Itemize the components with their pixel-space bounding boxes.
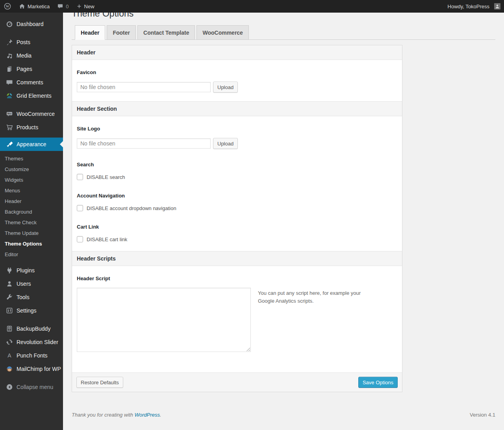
tab-bar: Header Footer Contact Template WooCommer… [72,25,495,40]
menu-separator [0,317,63,322]
plus-icon [76,3,82,9]
sidebar-item-dashboard[interactable]: Dashboard [0,17,63,31]
sidebar-item-posts[interactable]: Posts [0,35,63,49]
site-logo-field: Site Logo Upload [77,126,397,149]
sidebar-item-collapse-menu[interactable]: Collapse menu [0,380,63,394]
account-navigation-label: Account Navigation [77,193,397,199]
mailchimp-monkey-icon [6,365,13,373]
submenu-item-customize[interactable]: Customize [0,164,63,175]
pages-icon [6,65,13,73]
sidebar-item-plugins[interactable]: Plugins [0,264,63,277]
sidebar-item-label: BackupBuddy [17,326,50,332]
paintbrush-icon [6,140,13,148]
sidebar-item-comments[interactable]: Comments [0,76,63,89]
wp-logo-button[interactable]: W [0,0,15,13]
sidebar-item-tools[interactable]: Tools [0,290,63,304]
tab-contact-template[interactable]: Contact Template [137,25,195,40]
section-title-header-section: Header Section [72,101,402,116]
admin-bar-right: Howdy, TokoPress [444,0,504,13]
wordpress-logo-icon: W [4,2,11,10]
disable-account-nav-checkbox[interactable] [77,205,83,211]
search-label: Search [77,162,397,168]
header-script-textarea[interactable] [77,288,251,352]
submenu-item-themes[interactable]: Themes [0,153,63,164]
menu-separator [0,31,63,35]
tab-header[interactable]: Header [75,25,105,40]
disable-cart-link-checkbox[interactable] [77,236,83,242]
wrench-icon [6,293,13,301]
version-label: Version 4.1 [470,412,495,418]
submenu-item-theme-options[interactable]: Theme Options [0,238,63,249]
svg-text:Woo: Woo [7,112,12,115]
tab-woocommerce[interactable]: WooCommerce [196,25,248,40]
cart-icon [6,123,13,131]
sidebar-item-media[interactable]: Media [0,49,63,62]
sidebar-item-settings[interactable]: Settings [0,304,63,317]
sidebar-item-mailchimp[interactable]: MailChimp for WP [0,362,63,376]
site-name-link[interactable]: Marketica [15,0,53,13]
submenu-item-background[interactable]: Background [0,207,63,217]
sidebar-item-label: Media [17,52,32,59]
section-title-header-scripts: Header Scripts [72,251,402,266]
sidebar-item-punch-fonts[interactable]: A Punch Fonts [0,349,63,362]
sidebar-item-label: Dashboard [17,21,44,27]
submenu-item-menus[interactable]: Menus [0,185,63,196]
woocommerce-badge-icon: Woo [6,110,13,118]
menu-separator [0,134,63,138]
favicon-label: Favicon [77,69,397,75]
thanks-suffix: . [160,412,161,418]
wordpress-link[interactable]: WordPress [135,412,160,418]
sidebar-item-label: Appearance [17,141,46,147]
sidebar-item-pages[interactable]: Pages [0,62,63,76]
dashboard-icon [6,20,13,28]
admin-bar-left: W Marketica 0 New [0,0,98,13]
sidebar-item-label: Collapse menu [17,384,53,390]
sidebar-item-products[interactable]: Products [0,121,63,134]
comment-bubble-icon [57,3,64,10]
sidebar-item-users[interactable]: Users [0,277,63,290]
home-icon [19,3,26,10]
favicon-upload-button[interactable]: Upload [213,82,238,93]
disable-search-label: DISABLE search [87,174,125,180]
pushpin-icon [6,38,13,46]
sidebar-item-label: Pages [17,66,32,72]
avatar [494,3,500,9]
appearance-submenu: Themes Customize Widgets Menus Header Ba… [0,151,63,264]
theme-options-panel: Header Favicon Upload Header Section Sit… [72,45,402,392]
submenu-item-theme-update[interactable]: Theme Update [0,228,63,238]
submenu-item-header[interactable]: Header [0,196,63,207]
sliders-icon [6,307,13,315]
account-menu[interactable]: Howdy, TokoPress [444,0,504,13]
site-logo-file-input[interactable] [77,138,211,149]
save-options-button[interactable]: Save Options [358,377,398,388]
new-content-button[interactable]: New [72,0,98,13]
cart-link-label: Cart Link [77,224,397,230]
sidebar-item-label: MailChimp for WP [17,366,61,372]
sidebar-item-backupbuddy[interactable]: BackupBuddy [0,322,63,335]
refresh-arrows-icon [6,338,13,346]
disable-search-checkbox[interactable] [77,174,83,180]
thanks-text: Thank you for creating with WordPress. [72,412,161,418]
sidebar-item-grid-elements[interactable]: Grid Elements [0,89,63,102]
sidebar-item-woocommerce[interactable]: Woo WooCommerce [0,107,63,121]
site-logo-label: Site Logo [77,126,397,132]
submenu-item-widgets[interactable]: Widgets [0,175,63,185]
site-logo-upload-button[interactable]: Upload [213,138,238,149]
sidebar-item-revolution-slider[interactable]: Revolution Slider [0,335,63,349]
submenu-item-theme-check[interactable]: Theme Check [0,217,63,228]
section-body-header-scripts: Header Script You can put any script her… [72,266,402,372]
svg-text:W: W [6,4,9,8]
sidebar-item-appearance[interactable]: Appearance [0,138,63,151]
header-script-label: Header Script [77,275,397,281]
svg-text:A: A [7,352,11,359]
favicon-file-input[interactable] [77,82,211,92]
section-body-header-section: Site Logo Upload Search DISABLE search A… [72,116,402,251]
comments-link[interactable]: 0 [53,0,72,13]
sidebar-item-label: Comments [17,79,43,86]
panel-footer: Restore Defaults Save Options [72,372,402,392]
submenu-item-editor[interactable]: Editor [0,249,63,260]
header-script-textarea-wrap [77,288,251,352]
restore-defaults-button[interactable]: Restore Defaults [76,377,123,388]
sidebar-item-label: Punch Fonts [17,352,48,359]
tab-footer[interactable]: Footer [107,25,136,40]
